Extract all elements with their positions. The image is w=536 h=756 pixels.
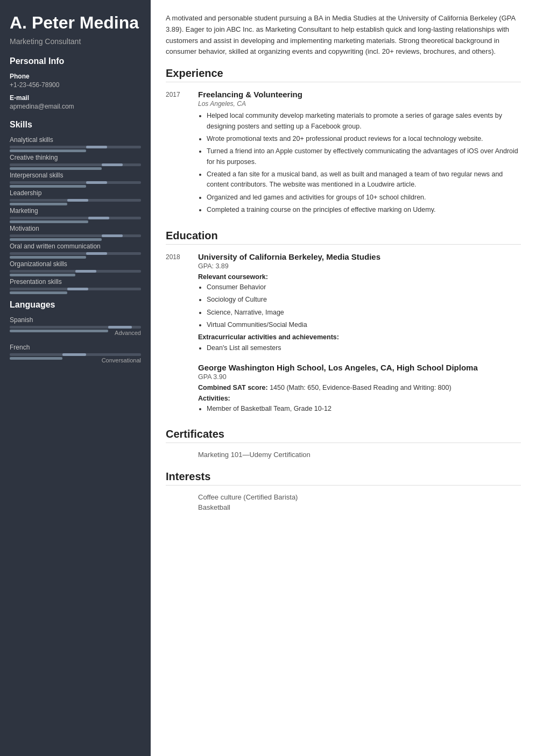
skill-bar [10,199,141,202]
interests-heading: Interests [166,470,521,486]
skill-bar-fill [10,203,67,205]
entry-year: 2018 [166,252,198,356]
skill-bar-accent [102,234,123,237]
languages-heading: Languages [10,300,141,310]
skill-name: Creative thinking [10,154,141,161]
coursework-item: Virtual Communities/Social Media [207,320,521,330]
candidate-title: Marketing Consultant [10,37,141,46]
certificates-list: Marketing 101—Udemy Certification [166,451,521,459]
entry-content: University of California Berkeley, Media… [198,252,521,356]
entry-body: Helped local community develop marketing… [198,111,521,215]
entry-year [166,363,198,416]
skill-name: Organizational skills [10,260,141,268]
coursework-item: Consumer Behavior [207,282,521,293]
skills-heading: Skills [10,120,141,130]
skill-item: Interpersonal skills [10,172,141,184]
bullet-item: Turned a friend into an Apple customer b… [207,146,521,167]
skill-bar-accent [86,252,107,255]
entry-year: 2017 [166,90,198,217]
entry-content: Freelancing & Volunteering Los Angeles, … [198,90,521,217]
education-heading: Education [166,230,521,245]
languages-list: Spanish Advanced French Conversational [10,316,141,363]
language-bar-fill [10,330,108,332]
skill-name: Presentation skills [10,278,141,286]
skill-bar [10,270,141,273]
skill-bar [10,163,141,166]
skill-name: Oral and written communication [10,243,141,250]
entry-body: Relevant coursework: Consumer BehaviorSo… [198,272,521,354]
coursework-item: Science, Narrative, Image [207,308,521,318]
skill-bar-fill [10,149,86,152]
language-bar [10,353,141,356]
skill-bar-fill [10,274,75,276]
certificates-heading: Certificates [166,428,521,443]
coursework-item: Sociology of Culture [207,295,521,305]
skill-bar-accent [88,217,109,219]
phone-label: Phone [10,73,141,80]
bullet-item: Wrote promotional texts and 20+ professi… [207,134,521,144]
language-bar [10,326,141,329]
activities-label: Activities: [198,395,230,402]
sidebar: A. Peter Medina Marketing Consultant Per… [0,0,151,756]
gpa-line: GPA 3.90 [198,373,521,381]
language-bar-fill [10,357,62,360]
skill-name: Analytical skills [10,136,141,144]
skill-bar-accent [86,146,107,148]
candidate-name: A. Peter Medina [10,13,141,33]
skill-bar [10,181,141,184]
interests-list: Coffee culture (Certified Barista)Basket… [166,493,521,511]
bullet-item: Organized and led games and activities f… [207,192,521,203]
education-list: 2018 University of California Berkeley, … [166,252,521,417]
skill-name: Interpersonal skills [10,172,141,179]
education-entry: 2018 University of California Berkeley, … [166,252,521,356]
skill-item: Leadership [10,189,141,202]
interest-item: Coffee culture (Certified Barista) [166,493,521,501]
skills-list: Analytical skills Creative thinking Inte… [10,136,141,290]
phone-value: +1-23-456-78900 [10,81,141,89]
skill-item: Organizational skills [10,260,141,273]
entry-content: George Washington High School, Los Angel… [198,363,521,416]
personal-info-heading: Personal Info [10,56,141,66]
email-value: apmedina@email.com [10,103,141,110]
certificates-section: Certificates Marketing 101—Udemy Certifi… [166,428,521,459]
skill-bar-fill [10,238,102,241]
skill-bar-fill [10,220,88,223]
entry-subtitle: Los Angeles, CA [198,100,521,108]
skill-bar-accent [75,270,96,273]
gpa-line: GPA: 3.89 [198,262,521,270]
skill-bar [10,217,141,219]
activity-item: Member of Basketball Team, Grade 10-12 [207,404,521,414]
summary-text: A motivated and personable student pursu… [166,13,521,58]
skill-bar [10,146,141,148]
education-entry: George Washington High School, Los Angel… [166,363,521,416]
education-section: Education 2018 University of California … [166,230,521,417]
experience-section: Experience 2017 Freelancing & Volunteeri… [166,67,521,217]
bullet-item: Helped local community develop marketing… [207,111,521,132]
language-name: Spanish [10,316,141,324]
skill-item: Oral and written communication [10,243,141,255]
extra-label: Extracurricular activities and achieveme… [198,333,339,341]
entry-title: University of California Berkeley, Media… [198,252,521,261]
skill-name: Motivation [10,225,141,232]
certificate-item: Marketing 101—Udemy Certification [166,451,521,459]
language-name: French [10,344,141,351]
language-item: Spanish Advanced [10,316,141,336]
experience-list: 2017 Freelancing & Volunteering Los Ange… [166,90,521,217]
entry-title: George Washington High School, Los Angel… [198,363,521,372]
skill-item: Presentation skills [10,278,141,290]
skill-bar-accent [67,288,88,290]
skill-bar-accent [102,163,123,166]
language-bar-accent [62,353,86,356]
main-content: A motivated and personable student pursu… [151,0,536,756]
skill-bar-accent [67,199,88,202]
email-info: E-mail apmedina@email.com [10,94,141,110]
sat-value: 1450 (Math: 650, Evidence-Based Reading … [270,384,451,391]
skill-bar [10,288,141,290]
skill-bar-fill [10,167,102,170]
skill-item: Marketing [10,207,141,219]
skill-item: Creative thinking [10,154,141,166]
skill-bar [10,234,141,237]
skill-bar-fill [10,185,86,188]
phone-info: Phone +1-23-456-78900 [10,73,141,89]
skill-bar-fill [10,291,67,294]
